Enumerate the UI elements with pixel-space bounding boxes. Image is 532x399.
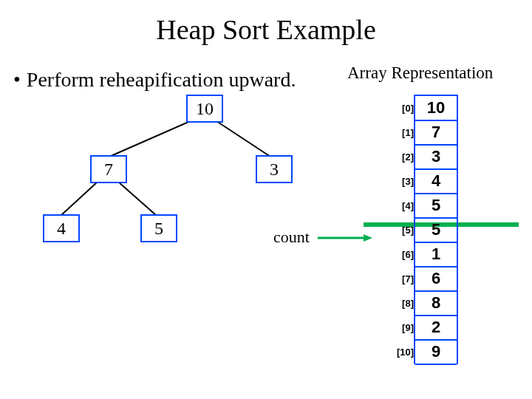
array-row: [3]4 bbox=[415, 169, 457, 194]
array-index: [3] bbox=[384, 176, 414, 187]
array-row: [2]3 bbox=[415, 145, 457, 169]
array-cell: 1 bbox=[415, 242, 457, 267]
array-index: [5] bbox=[384, 225, 414, 236]
array-index: [2] bbox=[384, 151, 414, 163]
svg-line-1 bbox=[214, 120, 270, 157]
array-cell: 10 bbox=[415, 95, 457, 121]
svg-line-2 bbox=[61, 182, 98, 216]
array-row: [10]9 bbox=[415, 340, 457, 364]
array-index: [6] bbox=[384, 249, 414, 260]
array-index: [8] bbox=[384, 298, 414, 309]
array-index: [7] bbox=[384, 273, 414, 284]
tree-node-left-right: 5 bbox=[140, 214, 177, 242]
tree-node-right: 3 bbox=[256, 155, 293, 183]
array-row: [5]5 bbox=[415, 218, 457, 242]
array-cell: 8 bbox=[415, 290, 457, 316]
array-cell: 6 bbox=[415, 266, 457, 292]
tree-node-left: 7 bbox=[90, 155, 127, 183]
array-row: [1]7 bbox=[415, 120, 457, 145]
array-row: [9]2 bbox=[415, 316, 457, 340]
svg-line-3 bbox=[118, 182, 157, 216]
count-label: count bbox=[273, 228, 310, 247]
array-row: [4]5 bbox=[415, 194, 457, 218]
count-arrow-icon bbox=[318, 233, 377, 248]
array-row: [0]10 bbox=[415, 96, 457, 120]
array-cell: 3 bbox=[415, 144, 457, 170]
array-index: [0] bbox=[384, 103, 414, 114]
svg-line-0 bbox=[109, 120, 194, 157]
array-row: [7]6 bbox=[415, 267, 457, 291]
array-cell: 2 bbox=[415, 315, 457, 341]
array-index: [4] bbox=[384, 200, 414, 211]
array-index: [10] bbox=[384, 347, 414, 358]
array-cell: 4 bbox=[415, 168, 457, 194]
svg-marker-5 bbox=[364, 234, 372, 242]
array-cell: 7 bbox=[415, 120, 457, 146]
tree-node-left-left: 4 bbox=[43, 214, 80, 242]
array-table: [0]10 [1]7 [2]3 [3]4 [4]5 [5]5 [6]1 [7]6… bbox=[414, 95, 458, 364]
array-row: [8]8 bbox=[415, 291, 457, 316]
array-cell: 5 bbox=[415, 193, 457, 219]
tree-edges bbox=[0, 0, 369, 296]
array-index: [1] bbox=[384, 127, 414, 138]
array-cell: 9 bbox=[415, 339, 457, 365]
array-cell: 5 bbox=[415, 217, 457, 243]
array-index: [9] bbox=[384, 322, 414, 333]
array-row: [6]1 bbox=[415, 242, 457, 267]
tree-node-root: 10 bbox=[186, 95, 223, 123]
